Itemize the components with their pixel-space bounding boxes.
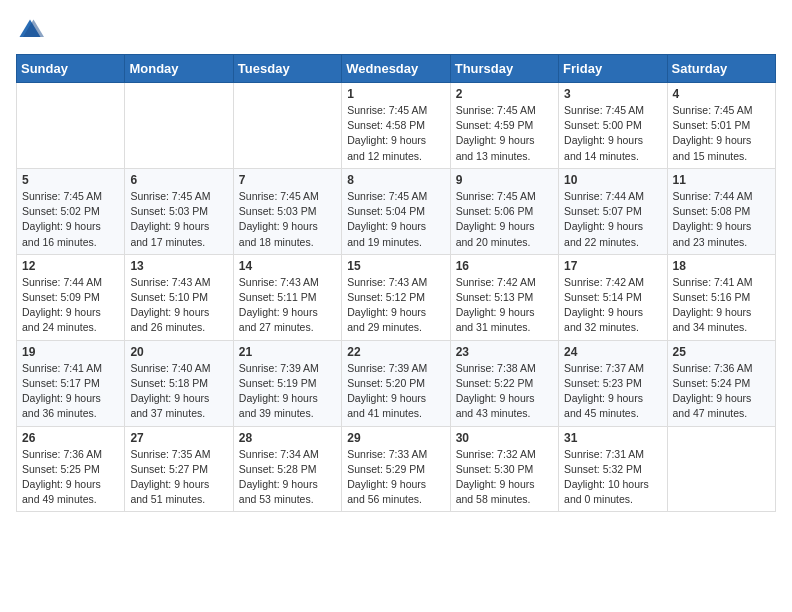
day-info: Sunrise: 7:45 AM Sunset: 5:03 PM Dayligh… (239, 189, 336, 250)
logo (16, 16, 48, 44)
day-number: 8 (347, 173, 444, 187)
day-info: Sunrise: 7:43 AM Sunset: 5:10 PM Dayligh… (130, 275, 227, 336)
day-info: Sunrise: 7:45 AM Sunset: 5:03 PM Dayligh… (130, 189, 227, 250)
calendar-cell: 12Sunrise: 7:44 AM Sunset: 5:09 PM Dayli… (17, 254, 125, 340)
calendar-week-row: 19Sunrise: 7:41 AM Sunset: 5:17 PM Dayli… (17, 340, 776, 426)
calendar-cell: 8Sunrise: 7:45 AM Sunset: 5:04 PM Daylig… (342, 168, 450, 254)
day-info: Sunrise: 7:45 AM Sunset: 5:06 PM Dayligh… (456, 189, 553, 250)
day-number: 24 (564, 345, 661, 359)
day-info: Sunrise: 7:32 AM Sunset: 5:30 PM Dayligh… (456, 447, 553, 508)
page-header (16, 16, 776, 44)
calendar-week-row: 12Sunrise: 7:44 AM Sunset: 5:09 PM Dayli… (17, 254, 776, 340)
day-info: Sunrise: 7:38 AM Sunset: 5:22 PM Dayligh… (456, 361, 553, 422)
day-number: 2 (456, 87, 553, 101)
calendar-cell: 24Sunrise: 7:37 AM Sunset: 5:23 PM Dayli… (559, 340, 667, 426)
day-number: 21 (239, 345, 336, 359)
weekday-header: Friday (559, 55, 667, 83)
weekday-header: Wednesday (342, 55, 450, 83)
day-number: 10 (564, 173, 661, 187)
calendar-week-row: 26Sunrise: 7:36 AM Sunset: 5:25 PM Dayli… (17, 426, 776, 512)
day-number: 18 (673, 259, 770, 273)
calendar-cell: 7Sunrise: 7:45 AM Sunset: 5:03 PM Daylig… (233, 168, 341, 254)
calendar-cell: 11Sunrise: 7:44 AM Sunset: 5:08 PM Dayli… (667, 168, 775, 254)
day-info: Sunrise: 7:44 AM Sunset: 5:08 PM Dayligh… (673, 189, 770, 250)
day-number: 12 (22, 259, 119, 273)
day-info: Sunrise: 7:39 AM Sunset: 5:19 PM Dayligh… (239, 361, 336, 422)
day-number: 17 (564, 259, 661, 273)
calendar-cell (125, 83, 233, 169)
day-info: Sunrise: 7:34 AM Sunset: 5:28 PM Dayligh… (239, 447, 336, 508)
calendar-cell: 28Sunrise: 7:34 AM Sunset: 5:28 PM Dayli… (233, 426, 341, 512)
day-number: 16 (456, 259, 553, 273)
day-number: 5 (22, 173, 119, 187)
day-number: 19 (22, 345, 119, 359)
calendar-cell: 6Sunrise: 7:45 AM Sunset: 5:03 PM Daylig… (125, 168, 233, 254)
weekday-header: Monday (125, 55, 233, 83)
calendar-cell: 4Sunrise: 7:45 AM Sunset: 5:01 PM Daylig… (667, 83, 775, 169)
calendar-cell: 21Sunrise: 7:39 AM Sunset: 5:19 PM Dayli… (233, 340, 341, 426)
day-number: 22 (347, 345, 444, 359)
calendar-cell: 3Sunrise: 7:45 AM Sunset: 5:00 PM Daylig… (559, 83, 667, 169)
day-info: Sunrise: 7:45 AM Sunset: 5:02 PM Dayligh… (22, 189, 119, 250)
day-number: 3 (564, 87, 661, 101)
day-info: Sunrise: 7:31 AM Sunset: 5:32 PM Dayligh… (564, 447, 661, 508)
calendar-cell: 31Sunrise: 7:31 AM Sunset: 5:32 PM Dayli… (559, 426, 667, 512)
calendar-cell: 13Sunrise: 7:43 AM Sunset: 5:10 PM Dayli… (125, 254, 233, 340)
day-info: Sunrise: 7:45 AM Sunset: 5:01 PM Dayligh… (673, 103, 770, 164)
calendar-cell (667, 426, 775, 512)
day-number: 15 (347, 259, 444, 273)
day-info: Sunrise: 7:43 AM Sunset: 5:11 PM Dayligh… (239, 275, 336, 336)
day-number: 28 (239, 431, 336, 445)
day-number: 9 (456, 173, 553, 187)
calendar-cell: 25Sunrise: 7:36 AM Sunset: 5:24 PM Dayli… (667, 340, 775, 426)
calendar-table: SundayMondayTuesdayWednesdayThursdayFrid… (16, 54, 776, 512)
day-info: Sunrise: 7:45 AM Sunset: 4:59 PM Dayligh… (456, 103, 553, 164)
calendar-cell: 23Sunrise: 7:38 AM Sunset: 5:22 PM Dayli… (450, 340, 558, 426)
day-number: 29 (347, 431, 444, 445)
calendar-cell: 17Sunrise: 7:42 AM Sunset: 5:14 PM Dayli… (559, 254, 667, 340)
day-info: Sunrise: 7:36 AM Sunset: 5:24 PM Dayligh… (673, 361, 770, 422)
day-number: 23 (456, 345, 553, 359)
weekday-header: Thursday (450, 55, 558, 83)
logo-icon (16, 16, 44, 44)
day-info: Sunrise: 7:44 AM Sunset: 5:07 PM Dayligh… (564, 189, 661, 250)
calendar-cell: 1Sunrise: 7:45 AM Sunset: 4:58 PM Daylig… (342, 83, 450, 169)
day-number: 25 (673, 345, 770, 359)
day-info: Sunrise: 7:41 AM Sunset: 5:17 PM Dayligh… (22, 361, 119, 422)
calendar-cell: 26Sunrise: 7:36 AM Sunset: 5:25 PM Dayli… (17, 426, 125, 512)
day-info: Sunrise: 7:43 AM Sunset: 5:12 PM Dayligh… (347, 275, 444, 336)
day-info: Sunrise: 7:35 AM Sunset: 5:27 PM Dayligh… (130, 447, 227, 508)
day-number: 27 (130, 431, 227, 445)
calendar-week-row: 1Sunrise: 7:45 AM Sunset: 4:58 PM Daylig… (17, 83, 776, 169)
calendar-cell: 2Sunrise: 7:45 AM Sunset: 4:59 PM Daylig… (450, 83, 558, 169)
calendar-cell: 5Sunrise: 7:45 AM Sunset: 5:02 PM Daylig… (17, 168, 125, 254)
day-info: Sunrise: 7:42 AM Sunset: 5:14 PM Dayligh… (564, 275, 661, 336)
day-number: 7 (239, 173, 336, 187)
day-info: Sunrise: 7:41 AM Sunset: 5:16 PM Dayligh… (673, 275, 770, 336)
day-info: Sunrise: 7:45 AM Sunset: 5:04 PM Dayligh… (347, 189, 444, 250)
day-number: 4 (673, 87, 770, 101)
weekday-header: Sunday (17, 55, 125, 83)
calendar-cell: 15Sunrise: 7:43 AM Sunset: 5:12 PM Dayli… (342, 254, 450, 340)
calendar-cell: 14Sunrise: 7:43 AM Sunset: 5:11 PM Dayli… (233, 254, 341, 340)
day-number: 11 (673, 173, 770, 187)
day-info: Sunrise: 7:37 AM Sunset: 5:23 PM Dayligh… (564, 361, 661, 422)
day-info: Sunrise: 7:40 AM Sunset: 5:18 PM Dayligh… (130, 361, 227, 422)
calendar-cell: 30Sunrise: 7:32 AM Sunset: 5:30 PM Dayli… (450, 426, 558, 512)
day-number: 30 (456, 431, 553, 445)
calendar-cell: 27Sunrise: 7:35 AM Sunset: 5:27 PM Dayli… (125, 426, 233, 512)
calendar-cell: 20Sunrise: 7:40 AM Sunset: 5:18 PM Dayli… (125, 340, 233, 426)
day-number: 20 (130, 345, 227, 359)
day-info: Sunrise: 7:45 AM Sunset: 4:58 PM Dayligh… (347, 103, 444, 164)
calendar-header-row: SundayMondayTuesdayWednesdayThursdayFrid… (17, 55, 776, 83)
calendar-week-row: 5Sunrise: 7:45 AM Sunset: 5:02 PM Daylig… (17, 168, 776, 254)
calendar-cell: 10Sunrise: 7:44 AM Sunset: 5:07 PM Dayli… (559, 168, 667, 254)
day-info: Sunrise: 7:36 AM Sunset: 5:25 PM Dayligh… (22, 447, 119, 508)
calendar-cell: 29Sunrise: 7:33 AM Sunset: 5:29 PM Dayli… (342, 426, 450, 512)
day-number: 14 (239, 259, 336, 273)
calendar-cell (17, 83, 125, 169)
day-info: Sunrise: 7:45 AM Sunset: 5:00 PM Dayligh… (564, 103, 661, 164)
calendar-cell (233, 83, 341, 169)
day-info: Sunrise: 7:39 AM Sunset: 5:20 PM Dayligh… (347, 361, 444, 422)
day-info: Sunrise: 7:42 AM Sunset: 5:13 PM Dayligh… (456, 275, 553, 336)
